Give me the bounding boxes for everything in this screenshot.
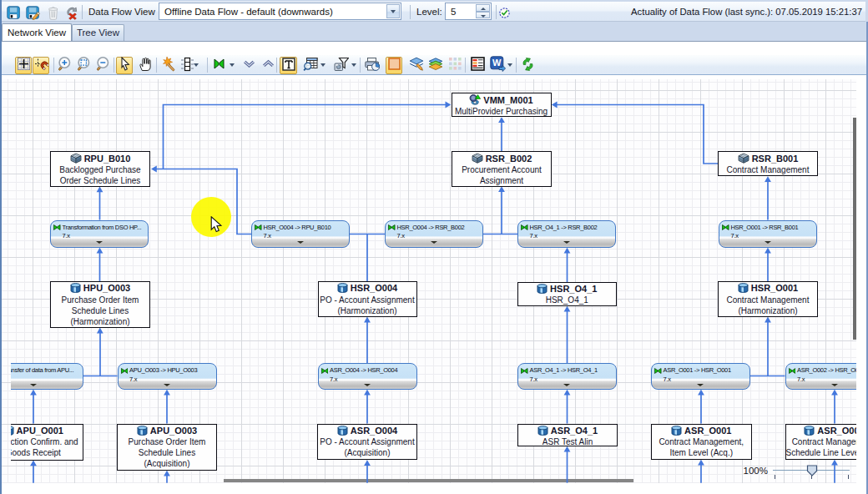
svg-text:W: W: [492, 58, 502, 68]
